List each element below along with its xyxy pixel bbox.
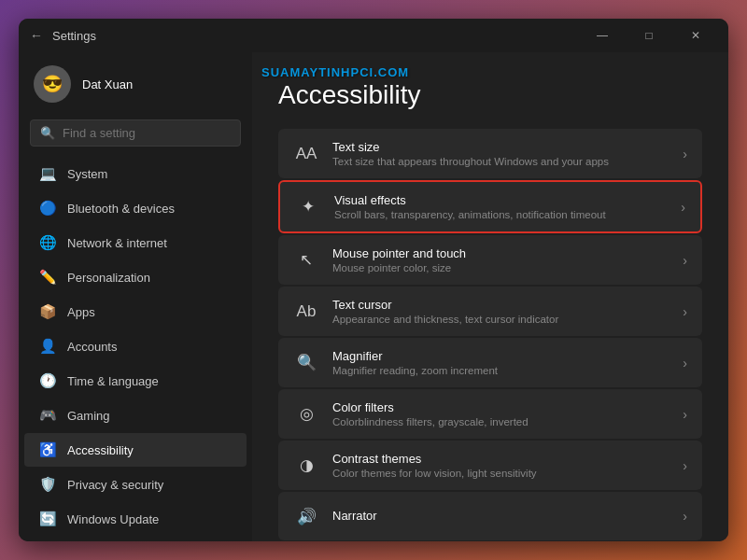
sidebar-label-privacy: Privacy & security (67, 478, 163, 492)
magnifier-desc: Magnifier reading, zoom increment (332, 365, 669, 376)
contrast-themes-title: Contrast themes (332, 452, 669, 466)
accessibility-icon: ♿ (39, 441, 56, 458)
settings-item-contrast-themes[interactable]: ◑ Contrast themes Color themes for low v… (278, 441, 702, 490)
settings-item-narrator[interactable]: 🔊 Narrator › (278, 492, 702, 540)
contrast-themes-chevron: › (683, 458, 687, 473)
sidebar-item-time[interactable]: 🕐 Time & language (24, 364, 247, 398)
minimize-button[interactable]: — (581, 21, 624, 50)
main-wrapper: Accessibility AA Text size Text size tha… (252, 52, 728, 541)
sidebar-label-network: Network & internet (67, 236, 167, 250)
settings-window: ← Settings — □ ✕ 😎 Dat Xuan 🔍 💻 System 🔵… (19, 19, 728, 541)
mouse-pointer-icon: ↖ (293, 247, 319, 273)
avatar: 😎 (34, 65, 71, 103)
text-size-title: Text size (332, 140, 669, 154)
sidebar-label-windows-update: Windows Update (67, 512, 159, 526)
visual-effects-title: Visual effects (334, 193, 668, 207)
sidebar-item-privacy[interactable]: 🛡️ Privacy & security (24, 468, 247, 501)
settings-item-visual-effects[interactable]: ✦ Visual effects Scroll bars, transparen… (278, 180, 702, 233)
bluetooth-icon: 🔵 (39, 200, 56, 217)
narrator-icon: 🔊 (293, 503, 319, 529)
profile-name: Dat Xuan (82, 77, 133, 91)
contrast-themes-icon: ◑ (293, 453, 319, 479)
text-size-desc: Text size that appears throughout Window… (332, 156, 669, 167)
privacy-icon: 🛡️ (39, 476, 56, 493)
color-filters-chevron: › (683, 407, 687, 422)
settings-item-color-filters[interactable]: ◎ Color filters Colorblindness filters, … (278, 389, 702, 439)
sidebar-label-personalization: Personalization (67, 271, 150, 285)
sidebar-item-system[interactable]: 💻 System (24, 157, 247, 190)
window-title: Settings (52, 29, 581, 43)
sidebar-label-system: System (67, 167, 107, 181)
mouse-pointer-text: Mouse pointer and touch Mouse pointer co… (332, 246, 669, 273)
sidebar: 😎 Dat Xuan 🔍 💻 System 🔵 Bluetooth & devi… (19, 52, 252, 541)
step2-label: 2 (252, 185, 253, 230)
text-size-chevron: › (683, 147, 687, 161)
search-box[interactable]: 🔍 (30, 119, 241, 147)
maximize-button[interactable]: □ (627, 21, 670, 50)
color-filters-title: Color filters (332, 400, 669, 414)
text-cursor-text: Text cursor Appearance and thickness, te… (332, 298, 669, 325)
magnifier-text: Magnifier Magnifier reading, zoom increm… (332, 349, 669, 376)
nav-list: 💻 System 🔵 Bluetooth & devices 🌐 Network… (19, 156, 252, 537)
personalization-icon: ✏️ (39, 269, 56, 286)
titlebar: ← Settings — □ ✕ (19, 19, 728, 52)
visual-effects-desc: Scroll bars, transparency, animations, n… (334, 209, 668, 220)
time-icon: 🕐 (39, 372, 56, 389)
text-cursor-icon: Ab (293, 299, 319, 325)
sidebar-item-accounts[interactable]: 👤 Accounts (24, 329, 247, 363)
profile-section[interactable]: 😎 Dat Xuan (19, 52, 252, 116)
magnifier-title: Magnifier (332, 349, 669, 363)
search-icon: 🔍 (40, 126, 55, 140)
content-area: 😎 Dat Xuan 🔍 💻 System 🔵 Bluetooth & devi… (19, 52, 728, 541)
visual-effects-icon: ✦ (295, 194, 321, 220)
accounts-icon: 👤 (39, 338, 56, 355)
main-content: Accessibility AA Text size Text size tha… (252, 52, 728, 541)
mouse-pointer-desc: Mouse pointer color, size (332, 262, 669, 273)
text-size-text: Text size Text size that appears through… (332, 140, 669, 167)
settings-item-text-cursor[interactable]: Ab Text cursor Appearance and thickness,… (278, 287, 702, 336)
visual-effects-text: Visual effects Scroll bars, transparency… (334, 193, 668, 220)
mouse-pointer-title: Mouse pointer and touch (332, 246, 669, 260)
network-icon: 🌐 (39, 234, 56, 251)
color-filters-icon: ◎ (293, 401, 319, 427)
sidebar-item-gaming[interactable]: 🎮 Gaming (24, 399, 247, 432)
close-button[interactable]: ✕ (674, 21, 717, 50)
search-input[interactable] (63, 126, 231, 140)
color-filters-desc: Colorblindness filters, grayscale, inver… (332, 416, 669, 427)
apps-icon: 📦 (39, 303, 56, 320)
sidebar-label-gaming: Gaming (67, 409, 110, 423)
contrast-themes-text: Contrast themes Color themes for low vis… (332, 452, 669, 479)
sidebar-item-windows-update[interactable]: 🔄 Windows Update (24, 502, 247, 536)
gaming-icon: 🎮 (39, 407, 56, 424)
settings-item-magnifier[interactable]: 🔍 Magnifier Magnifier reading, zoom incr… (278, 338, 702, 387)
sidebar-item-apps[interactable]: 📦 Apps (24, 295, 247, 329)
narrator-chevron: › (683, 509, 687, 524)
settings-item-mouse-pointer[interactable]: ↖ Mouse pointer and touch Mouse pointer … (278, 235, 702, 285)
narrator-title: Narrator (332, 509, 669, 523)
back-button[interactable]: ← (30, 28, 43, 43)
sidebar-label-bluetooth: Bluetooth & devices (67, 202, 175, 216)
settings-list: AA Text size Text size that appears thro… (278, 129, 702, 540)
text-cursor-desc: Appearance and thickness, text cursor in… (332, 314, 669, 325)
narrator-text: Narrator (332, 509, 669, 525)
sidebar-label-accounts: Accounts (67, 340, 117, 354)
sidebar-label-time: Time & language (67, 374, 159, 388)
windows-update-icon: 🔄 (39, 511, 56, 527)
magnifier-icon: 🔍 (293, 350, 319, 376)
sidebar-label-apps: Apps (67, 305, 95, 319)
settings-item-text-size[interactable]: AA Text size Text size that appears thro… (278, 129, 702, 178)
magnifier-chevron: › (683, 356, 687, 371)
sidebar-label-accessibility: Accessibility (67, 443, 134, 457)
text-size-icon: AA (293, 141, 319, 167)
visual-effects-chevron: › (681, 200, 685, 215)
color-filters-text: Color filters Colorblindness filters, gr… (332, 400, 669, 427)
mouse-pointer-chevron: › (683, 253, 687, 268)
text-cursor-title: Text cursor (332, 298, 669, 312)
sidebar-item-bluetooth[interactable]: 🔵 Bluetooth & devices (24, 191, 247, 225)
window-controls: — □ ✕ (581, 21, 717, 50)
text-cursor-chevron: › (683, 304, 687, 319)
contrast-themes-desc: Color themes for low vision, light sensi… (332, 468, 669, 479)
sidebar-item-network[interactable]: 🌐 Network & internet (24, 226, 247, 259)
sidebar-item-personalization[interactable]: ✏️ Personalization (24, 260, 247, 294)
sidebar-item-accessibility[interactable]: ♿ Accessibility 1 (24, 433, 247, 467)
